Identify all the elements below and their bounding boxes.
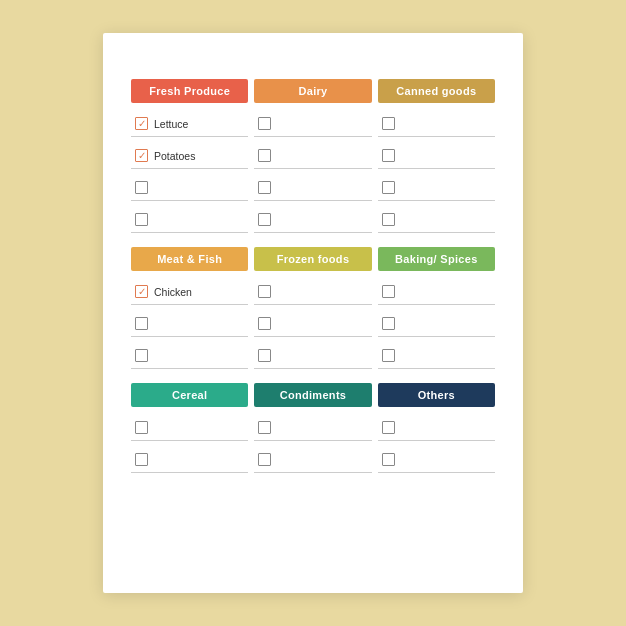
checkbox-1-0-0[interactable]: ✓ <box>135 285 148 298</box>
cell-0-0-2[interactable] <box>378 111 495 137</box>
section-header-1-1: Frozen foods <box>254 247 371 271</box>
checkbox-0-3-0[interactable] <box>135 213 148 226</box>
cell-1-0-1[interactable] <box>254 279 371 305</box>
cell-2-0-1[interactable] <box>254 415 371 441</box>
cell-0-2-2[interactable] <box>378 175 495 201</box>
cell-0-1-0[interactable]: ✓Potatoes <box>131 143 248 169</box>
cell-2-0-2[interactable] <box>378 415 495 441</box>
cell-1-2-0[interactable] <box>131 343 248 369</box>
checkbox-2-0-2[interactable] <box>382 421 395 434</box>
checkbox-0-2-0[interactable] <box>135 181 148 194</box>
cell-0-2-0[interactable] <box>131 175 248 201</box>
checkbox-0-3-1[interactable] <box>258 213 271 226</box>
checkbox-0-2-2[interactable] <box>382 181 395 194</box>
cell-2-0-0[interactable] <box>131 415 248 441</box>
cell-1-1-1[interactable] <box>254 311 371 337</box>
section-header-0-0: Fresh Produce <box>131 79 248 103</box>
checkbox-0-1-2[interactable] <box>382 149 395 162</box>
checkbox-0-0-1[interactable] <box>258 117 271 130</box>
checkbox-0-1-1[interactable] <box>258 149 271 162</box>
checkbox-2-1-1[interactable] <box>258 453 271 466</box>
cell-2-1-0[interactable] <box>131 447 248 473</box>
checkbox-1-1-2[interactable] <box>382 317 395 330</box>
cell-0-1-2[interactable] <box>378 143 495 169</box>
section-headers-1: Meat & FishFrozen foodsBaking/ Spices <box>131 247 495 271</box>
cell-0-3-1[interactable] <box>254 207 371 233</box>
cell-1-1-2[interactable] <box>378 311 495 337</box>
checkbox-0-0-0[interactable]: ✓ <box>135 117 148 130</box>
checkbox-0-1-0[interactable]: ✓ <box>135 149 148 162</box>
checkbox-1-1-0[interactable] <box>135 317 148 330</box>
checkbox-0-2-1[interactable] <box>258 181 271 194</box>
section-headers-2: CerealCondimentsOthers <box>131 383 495 407</box>
cell-1-0-2[interactable] <box>378 279 495 305</box>
section-headers-0: Fresh ProduceDairyCanned goods <box>131 79 495 103</box>
cell-1-2-2[interactable] <box>378 343 495 369</box>
cell-label-1-0-0: Chicken <box>154 286 192 298</box>
checkbox-2-1-0[interactable] <box>135 453 148 466</box>
cell-0-3-0[interactable] <box>131 207 248 233</box>
section-header-0-2: Canned goods <box>378 79 495 103</box>
grocery-list-paper: Fresh ProduceDairyCanned goods✓Lettuce✓P… <box>103 33 523 593</box>
checkbox-1-2-2[interactable] <box>382 349 395 362</box>
cell-2-1-1[interactable] <box>254 447 371 473</box>
checkbox-1-0-2[interactable] <box>382 285 395 298</box>
checkbox-1-0-1[interactable] <box>258 285 271 298</box>
cell-0-3-2[interactable] <box>378 207 495 233</box>
cell-1-2-1[interactable] <box>254 343 371 369</box>
cell-2-1-2[interactable] <box>378 447 495 473</box>
rows-grid-2 <box>131 415 495 473</box>
checkbox-2-1-2[interactable] <box>382 453 395 466</box>
cell-label-0-0-0: Lettuce <box>154 118 188 130</box>
checkbox-2-0-0[interactable] <box>135 421 148 434</box>
cell-1-1-0[interactable] <box>131 311 248 337</box>
section-header-0-1: Dairy <box>254 79 371 103</box>
cell-0-0-1[interactable] <box>254 111 371 137</box>
rows-grid-0: ✓Lettuce✓Potatoes <box>131 111 495 233</box>
cell-0-0-0[interactable]: ✓Lettuce <box>131 111 248 137</box>
checkbox-1-1-1[interactable] <box>258 317 271 330</box>
cell-label-0-1-0: Potatoes <box>154 150 195 162</box>
checkbox-1-2-1[interactable] <box>258 349 271 362</box>
checkbox-0-0-2[interactable] <box>382 117 395 130</box>
section-header-2-1: Condiments <box>254 383 371 407</box>
cell-0-1-1[interactable] <box>254 143 371 169</box>
section-header-1-2: Baking/ Spices <box>378 247 495 271</box>
checkbox-0-3-2[interactable] <box>382 213 395 226</box>
section-header-2-2: Others <box>378 383 495 407</box>
rows-grid-1: ✓Chicken <box>131 279 495 369</box>
cell-1-0-0[interactable]: ✓Chicken <box>131 279 248 305</box>
section-header-2-0: Cereal <box>131 383 248 407</box>
checkbox-2-0-1[interactable] <box>258 421 271 434</box>
checkbox-1-2-0[interactable] <box>135 349 148 362</box>
section-header-1-0: Meat & Fish <box>131 247 248 271</box>
cell-0-2-1[interactable] <box>254 175 371 201</box>
